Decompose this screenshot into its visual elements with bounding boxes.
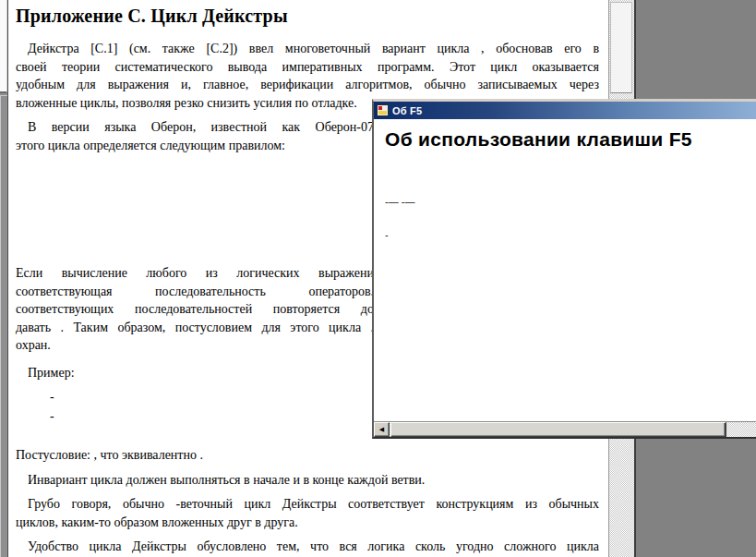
doc-text-line: Грубо говоря, обычно -веточный цикл Дейк… [16,495,599,514]
left-vertical-scrollbar[interactable] [0,0,7,557]
paragraph-postcondition: Постусловие: , что эквивалентно . [16,446,599,465]
document-heading: Приложение С. Цикл Дейкстры [16,6,599,27]
doc-text-line: Дейкстра [C.1] (см. также [C.2]) ввел мн… [16,40,599,58]
left-scrollbar-thumb[interactable] [0,0,7,93]
paragraph-roughly: Грубо говоря, обычно -веточный цикл Дейк… [16,495,599,531]
doc-text-line: соответствующая последовательность опера… [16,283,374,301]
popup-title-text: Об F5 [392,105,422,116]
doc-text-line: давать . Таким образом, постусловием для… [16,319,374,337]
paragraph-invariant: Инвариант цикла должен выполняться в нач… [16,471,599,490]
document-icon [377,104,389,116]
hscrollbar-track[interactable] [726,422,756,437]
paragraph-convenience: Удобство цикла Дейкстры обусловлено тем,… [16,538,599,557]
right-scrollbar-thumb[interactable] [610,2,632,93]
left-scrollbar-track[interactable] [0,95,7,557]
scroll-left-button[interactable]: ◀ [374,422,390,437]
popup-titlebar[interactable]: Об F5 [374,102,756,119]
popup-content-area: Об использовании клавиши F5 -— -— - [374,119,756,421]
desktop-background: Приложение С. Цикл Дейкстры Дейкстра [C.… [0,0,756,557]
hscrollbar-thumb[interactable] [390,422,726,437]
doc-text-line: циклов, каким-то образом вложенных друг … [16,514,599,532]
doc-text-line: удобным для выражения и, главное, верифи… [16,76,599,94]
doc-text-line: своей теории систематического вывода имп… [16,58,599,77]
doc-text-line: Инвариант цикла должен выполняться в нач… [16,471,599,490]
popup-dash-marks: -— -— [385,196,756,207]
popup-heading: Об использовании клавиши F5 [385,128,756,151]
doc-text-line: соответствующих последовательностей повт… [16,300,374,319]
doc-text-line: Удобство цикла Дейкстры обусловлено тем,… [16,538,599,556]
doc-text-line: Если вычисление любого из логических выр… [16,264,374,283]
left-arrow-icon: ◀ [379,426,384,433]
popup-dash-mark: - [385,229,756,240]
popup-horizontal-scrollbar[interactable]: ◀ [374,421,756,437]
doc-text-line: Постусловие: , что эквивалентно . [16,446,599,465]
doc-text-line: В версии языка Оберон, известной как Обе… [16,118,374,137]
popup-window: Об F5 Об использовании клавиши F5 -— -— … [372,99,756,439]
